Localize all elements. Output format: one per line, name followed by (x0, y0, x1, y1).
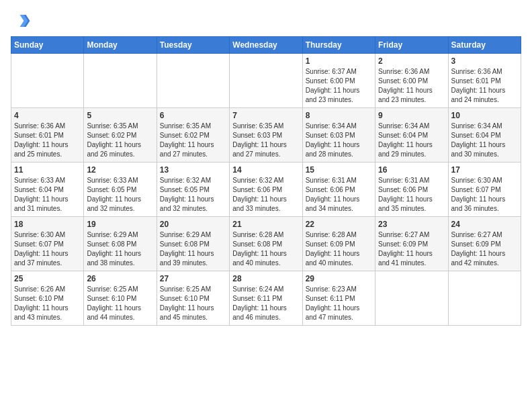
day-info: Sunrise: 6:30 AMSunset: 6:07 PMDaylight:… (451, 176, 518, 214)
day-number: 26 (87, 274, 153, 283)
calendar-cell: 18Sunrise: 6:30 AMSunset: 6:07 PMDayligh… (11, 217, 84, 271)
day-info: Sunrise: 6:28 AMSunset: 6:08 PMDaylight:… (232, 230, 299, 268)
day-info: Sunrise: 6:34 AMSunset: 6:04 PMDaylight:… (451, 122, 518, 159)
calendar-week-row: 11Sunrise: 6:33 AMSunset: 6:04 PMDayligh… (11, 163, 521, 217)
calendar-cell: 4Sunrise: 6:36 AMSunset: 6:01 PMDaylight… (11, 108, 84, 163)
day-number: 18 (14, 220, 81, 229)
calendar-cell: 26Sunrise: 6:25 AMSunset: 6:10 PMDayligh… (84, 271, 157, 326)
calendar-cell (230, 54, 302, 108)
calendar-cell: 8Sunrise: 6:34 AMSunset: 6:03 PMDaylight… (302, 108, 375, 163)
calendar-cell: 2Sunrise: 6:36 AMSunset: 6:00 PMDaylight… (375, 54, 448, 108)
page-header (11, 11, 521, 31)
day-number: 9 (378, 111, 445, 120)
day-info: Sunrise: 6:37 AMSunset: 6:00 PMDaylight:… (306, 67, 372, 105)
day-number: 10 (451, 111, 518, 120)
calendar-cell: 15Sunrise: 6:31 AMSunset: 6:06 PMDayligh… (302, 163, 375, 217)
calendar-cell: 6Sunrise: 6:35 AMSunset: 6:02 PMDaylight… (157, 108, 229, 163)
day-number: 2 (378, 56, 445, 66)
calendar-week-row: 25Sunrise: 6:26 AMSunset: 6:10 PMDayligh… (11, 271, 521, 326)
calendar-cell: 3Sunrise: 6:36 AMSunset: 6:01 PMDaylight… (448, 54, 521, 108)
day-number: 21 (232, 220, 299, 229)
day-info: Sunrise: 6:35 AMSunset: 6:02 PMDaylight:… (160, 122, 226, 159)
day-info: Sunrise: 6:34 AMSunset: 6:04 PMDaylight:… (378, 122, 445, 159)
day-number: 20 (160, 220, 226, 229)
calendar-cell: 22Sunrise: 6:28 AMSunset: 6:09 PMDayligh… (302, 217, 375, 271)
calendar-cell: 13Sunrise: 6:32 AMSunset: 6:05 PMDayligh… (157, 163, 229, 217)
day-number: 14 (232, 165, 299, 175)
calendar-cell (375, 271, 448, 326)
day-info: Sunrise: 6:27 AMSunset: 6:09 PMDaylight:… (451, 230, 518, 268)
day-info: Sunrise: 6:28 AMSunset: 6:09 PMDaylight:… (306, 230, 372, 268)
day-number: 1 (306, 56, 372, 66)
day-info: Sunrise: 6:25 AMSunset: 6:10 PMDaylight:… (87, 285, 153, 322)
calendar-week-row: 1Sunrise: 6:37 AMSunset: 6:00 PMDaylight… (11, 54, 521, 108)
calendar-cell: 10Sunrise: 6:34 AMSunset: 6:04 PMDayligh… (448, 108, 521, 163)
day-info: Sunrise: 6:29 AMSunset: 6:08 PMDaylight:… (160, 230, 226, 268)
day-number: 23 (378, 220, 445, 229)
day-number: 22 (306, 220, 372, 229)
calendar-cell: 19Sunrise: 6:29 AMSunset: 6:08 PMDayligh… (84, 217, 157, 271)
day-number: 25 (14, 274, 81, 283)
calendar-cell: 29Sunrise: 6:23 AMSunset: 6:11 PMDayligh… (302, 271, 375, 326)
day-info: Sunrise: 6:33 AMSunset: 6:05 PMDaylight:… (87, 176, 153, 214)
day-number: 11 (14, 165, 81, 175)
day-info: Sunrise: 6:35 AMSunset: 6:02 PMDaylight:… (87, 122, 153, 159)
day-number: 12 (87, 165, 153, 175)
calendar-cell: 16Sunrise: 6:31 AMSunset: 6:06 PMDayligh… (375, 163, 448, 217)
calendar-day-header: Saturday (448, 37, 521, 54)
calendar-day-header: Tuesday (157, 37, 229, 54)
calendar-cell (11, 54, 84, 108)
day-info: Sunrise: 6:32 AMSunset: 6:06 PMDaylight:… (232, 176, 299, 214)
day-info: Sunrise: 6:32 AMSunset: 6:05 PMDaylight:… (160, 176, 226, 214)
day-number: 5 (87, 111, 153, 120)
calendar-cell (157, 54, 229, 108)
calendar-day-header: Monday (84, 37, 157, 54)
calendar-cell: 21Sunrise: 6:28 AMSunset: 6:08 PMDayligh… (230, 217, 302, 271)
day-info: Sunrise: 6:25 AMSunset: 6:10 PMDaylight:… (160, 285, 226, 322)
day-number: 13 (160, 165, 226, 175)
day-number: 29 (306, 274, 372, 283)
day-number: 8 (306, 111, 372, 120)
day-info: Sunrise: 6:26 AMSunset: 6:10 PMDaylight:… (14, 285, 81, 322)
day-number: 15 (306, 165, 372, 175)
calendar-cell (448, 271, 521, 326)
day-number: 6 (160, 111, 226, 120)
calendar-day-header: Friday (375, 37, 448, 54)
calendar-cell: 24Sunrise: 6:27 AMSunset: 6:09 PMDayligh… (448, 217, 521, 271)
calendar-cell: 28Sunrise: 6:24 AMSunset: 6:11 PMDayligh… (230, 271, 302, 326)
day-info: Sunrise: 6:24 AMSunset: 6:11 PMDaylight:… (232, 285, 299, 322)
calendar-day-header: Sunday (11, 37, 84, 54)
calendar-cell (84, 54, 157, 108)
calendar-cell: 5Sunrise: 6:35 AMSunset: 6:02 PMDaylight… (84, 108, 157, 163)
calendar-week-row: 18Sunrise: 6:30 AMSunset: 6:07 PMDayligh… (11, 217, 521, 271)
day-number: 19 (87, 220, 153, 229)
day-info: Sunrise: 6:36 AMSunset: 6:01 PMDaylight:… (14, 122, 81, 159)
day-number: 4 (14, 111, 81, 120)
day-info: Sunrise: 6:36 AMSunset: 6:00 PMDaylight:… (378, 67, 445, 105)
calendar-day-header: Wednesday (230, 37, 302, 54)
calendar-day-header: Thursday (302, 37, 375, 54)
logo-icon (11, 11, 31, 31)
calendar-cell: 9Sunrise: 6:34 AMSunset: 6:04 PMDaylight… (375, 108, 448, 163)
calendar-cell: 23Sunrise: 6:27 AMSunset: 6:09 PMDayligh… (375, 217, 448, 271)
calendar-cell: 14Sunrise: 6:32 AMSunset: 6:06 PMDayligh… (230, 163, 302, 217)
calendar-cell: 12Sunrise: 6:33 AMSunset: 6:05 PMDayligh… (84, 163, 157, 217)
logo (11, 11, 34, 31)
calendar-cell: 7Sunrise: 6:35 AMSunset: 6:03 PMDaylight… (230, 108, 302, 163)
calendar-header-row: SundayMondayTuesdayWednesdayThursdayFrid… (11, 37, 521, 54)
day-info: Sunrise: 6:23 AMSunset: 6:11 PMDaylight:… (306, 285, 372, 322)
day-info: Sunrise: 6:33 AMSunset: 6:04 PMDaylight:… (14, 176, 81, 214)
day-info: Sunrise: 6:30 AMSunset: 6:07 PMDaylight:… (14, 230, 81, 268)
day-info: Sunrise: 6:34 AMSunset: 6:03 PMDaylight:… (306, 122, 372, 159)
day-number: 17 (451, 165, 518, 175)
calendar-cell: 11Sunrise: 6:33 AMSunset: 6:04 PMDayligh… (11, 163, 84, 217)
calendar-week-row: 4Sunrise: 6:36 AMSunset: 6:01 PMDaylight… (11, 108, 521, 163)
day-info: Sunrise: 6:27 AMSunset: 6:09 PMDaylight:… (378, 230, 445, 268)
day-info: Sunrise: 6:31 AMSunset: 6:06 PMDaylight:… (378, 176, 445, 214)
calendar-cell: 27Sunrise: 6:25 AMSunset: 6:10 PMDayligh… (157, 271, 229, 326)
day-number: 24 (451, 220, 518, 229)
day-number: 7 (232, 111, 299, 120)
calendar-cell: 20Sunrise: 6:29 AMSunset: 6:08 PMDayligh… (157, 217, 229, 271)
day-number: 28 (232, 274, 299, 283)
day-info: Sunrise: 6:35 AMSunset: 6:03 PMDaylight:… (232, 122, 299, 159)
